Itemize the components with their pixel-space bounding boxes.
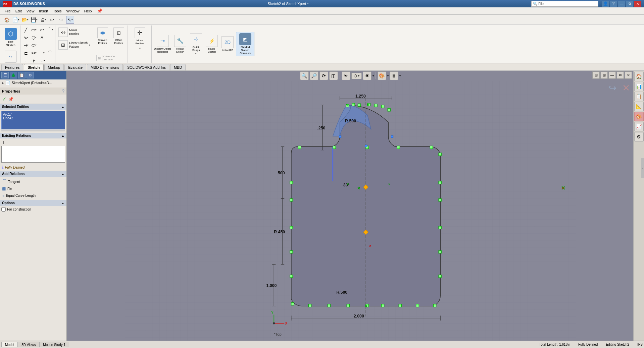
offset-on-surface-btn[interactable]: ⊞ Offset OnSurface (95, 54, 126, 62)
split-horizontal-btn[interactable]: ⊟ (592, 71, 600, 79)
window-restore-btn[interactable]: ⧉ (626, 1, 633, 7)
tab-sketch[interactable]: Sketch (24, 64, 43, 70)
zoom-to-selection-btn[interactable]: 🔎 (310, 71, 318, 80)
feature-manager-btn[interactable]: 🌲 (10, 72, 17, 78)
hide-show-dropdown[interactable]: ▾ (373, 74, 374, 77)
window-minimize-btn[interactable]: — (618, 1, 625, 7)
undo-overlay-btn[interactable]: ↩ (609, 82, 616, 94)
rp-settings-btn[interactable]: ⚙ (634, 132, 644, 141)
rp-measure-btn[interactable]: 📐 (634, 102, 644, 111)
property-manager-btn[interactable]: 📋 (18, 72, 26, 78)
close-overlay-btn[interactable]: ✕ (622, 82, 630, 94)
linear-sketch-dropdown[interactable]: ▾ (89, 44, 90, 47)
polygon-btn[interactable]: ⬡▾ (30, 34, 38, 41)
quick-snaps-btn[interactable]: ⊹ QuickSnaps ▾ (189, 32, 203, 57)
rapid-sketch-btn[interactable]: ⚡ RapidSketch (204, 34, 219, 55)
smart-dimension-btn[interactable]: ↔ SmartDimension (3, 49, 19, 63)
convert-entities-btn[interactable]: ⬬ ConvertEntities (95, 26, 110, 53)
trim-btn[interactable]: ✂▾ (30, 49, 38, 57)
menu-tools[interactable]: Tools (51, 8, 64, 14)
config-manager-btn[interactable]: ⚙ (27, 72, 34, 78)
break-btn[interactable]: ⌇▾ (30, 57, 38, 63)
move-dropdown[interactable]: ▾ (130, 47, 150, 50)
rotate-view-btn[interactable]: ⟳ (319, 71, 328, 80)
tab-mbd-dimensions[interactable]: MBD Dimensions (87, 64, 123, 70)
offset-entities-btn[interactable]: ⊡ OffsetEntities (111, 26, 126, 53)
tab-mbd[interactable]: MBD (170, 64, 186, 70)
centerline-btn[interactable]: ⊣▾ (22, 42, 30, 49)
text-btn[interactable]: A (38, 34, 46, 41)
fix-relation-item[interactable]: ⊠ Fix (1, 185, 65, 192)
confirm-btn[interactable]: ✓ (2, 96, 6, 102)
offset-btn[interactable]: ⊏ (22, 49, 30, 57)
print-btn[interactable]: 🖨▾ (39, 16, 47, 24)
appearance-dropdown[interactable]: ▾ (387, 74, 389, 77)
options-header[interactable]: Options ▲ (0, 200, 66, 206)
display-settings-btn[interactable]: 🖥 (390, 71, 398, 80)
viewport-close-btn[interactable]: ✕ (625, 71, 632, 79)
viewport-minimize-btn[interactable]: — (608, 71, 616, 79)
more-btn[interactable]: ⋯▾ (38, 57, 46, 63)
panel-help-icon[interactable]: ? (62, 89, 64, 94)
tab-evaluate[interactable]: Evaluate (64, 64, 86, 70)
rp-layers-btn[interactable]: 📋 (634, 92, 644, 101)
linear-sketch-pattern-btn[interactable]: ⊞ Linear SketchPattern ▾ (57, 39, 92, 51)
for-construction-checkbox[interactable] (1, 207, 6, 212)
line-tool-btn[interactable]: ╱ (22, 26, 30, 34)
tab-solidworks-addins[interactable]: SOLIDWORKS Add-Ins (123, 64, 169, 70)
feature-tree-item[interactable]: ▶ 📄 SketchXpert (Default<<D... (0, 79, 66, 86)
rp-stats-btn[interactable]: 📊 (634, 82, 644, 91)
extend-btn[interactable]: ⊢▾ (38, 49, 46, 57)
home-btn[interactable]: 🏠 (3, 16, 11, 24)
section-view-btn[interactable]: ◫ (329, 71, 338, 80)
split-vertical-btn[interactable]: ⊞ (600, 71, 608, 79)
redo-btn[interactable]: ↪ (57, 16, 65, 24)
slot-btn[interactable]: ⬭▾ (30, 42, 38, 49)
properties-icon-btn[interactable]: ☰ (1, 72, 9, 78)
search-box[interactable]: 🔍 (531, 1, 598, 7)
hide-show-btn[interactable]: 👁 (363, 71, 371, 80)
viewport-restore-btn[interactable]: ⧉ (616, 71, 624, 79)
equal-curve-relation-item[interactable]: ≈ Equal Curve Length (1, 192, 65, 199)
menu-view[interactable]: View (24, 8, 37, 14)
selected-entities-header[interactable]: Selected Entities ▲ (0, 104, 66, 110)
model-tab[interactable]: Model (1, 342, 18, 347)
tab-markup[interactable]: Markup (44, 64, 64, 70)
exit-sketch-btn[interactable]: ⬡ ExitSketch (3, 26, 19, 48)
save-btn[interactable]: 💾▾ (30, 16, 38, 24)
add-relations-header[interactable]: Add Relations ▲ (0, 171, 66, 177)
menu-help[interactable]: Help (82, 8, 94, 14)
pin-toolbar[interactable]: 📌 (97, 8, 102, 13)
rp-home-btn[interactable]: 🏠 (634, 72, 644, 81)
motion-study-tab[interactable]: Motion Study 1 (39, 342, 69, 347)
menu-insert[interactable]: Insert (37, 8, 50, 14)
window-close-btn[interactable]: ✕ (634, 1, 641, 7)
3d-views-tab[interactable]: 3D Views (18, 342, 39, 347)
quick-snaps-dropdown[interactable]: ▾ (195, 52, 197, 55)
display-settings-dropdown[interactable]: ▾ (399, 74, 401, 77)
arc-btn[interactable]: ⌒▾ (46, 26, 54, 34)
new-document-btn[interactable]: 📄▾ (12, 16, 20, 24)
chamfer-btn[interactable]: ⌐ (22, 57, 30, 63)
rp-color-btn[interactable]: 🎨 (634, 112, 644, 121)
mirror-entities-btn[interactable]: ⇔ MirrorEntities (57, 26, 92, 38)
corner-rect-btn[interactable]: ▭▾ (30, 26, 38, 34)
display-type-btn[interactable]: ☀ (342, 71, 350, 80)
rp-chart-btn[interactable]: 📈 (634, 122, 644, 131)
move-entities-btn[interactable]: ✛ MoveEntities (130, 26, 150, 46)
menu-edit[interactable]: Edit (13, 8, 24, 14)
user-icon[interactable]: 👤 (602, 1, 609, 7)
zoom-to-fit-btn[interactable]: 🔍 (300, 71, 309, 80)
search-input[interactable] (538, 2, 589, 6)
existing-relations-header[interactable]: Existing Relations ▲ (0, 133, 66, 138)
repair-sketch-btn[interactable]: 🔧 RepairSketch (173, 34, 188, 55)
menu-file[interactable]: File (3, 8, 13, 14)
spline-btn[interactable]: ∿▾ (22, 34, 30, 41)
selection-tool-btn[interactable]: ↖▾ (66, 16, 74, 24)
undo-btn[interactable]: ↩ (48, 16, 56, 24)
view-orientation-btn[interactable]: ⬡▾ (351, 73, 362, 79)
cancel-pin-btn[interactable]: 📌 (8, 97, 13, 102)
help-btn[interactable]: ? (610, 1, 617, 7)
display-delete-relations-btn[interactable]: ⊸ Display/DeleteRelations (153, 34, 172, 55)
shaded-sketch-contours-btn[interactable]: ◩ Shaded SketchContours (236, 32, 254, 56)
